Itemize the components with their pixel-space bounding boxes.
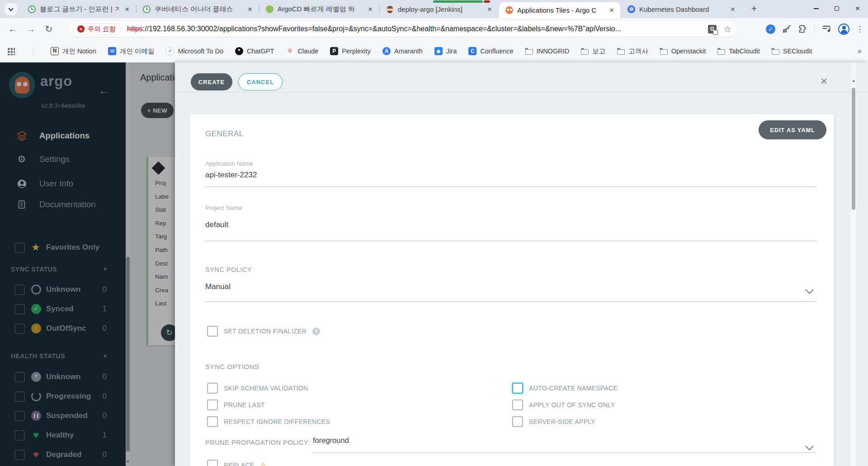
general-card: EDIT AS YAML GENERAL Application Name Pr… <box>190 114 834 466</box>
prune-propagation-select[interactable]: foreground <box>313 436 349 445</box>
translate-icon[interactable]: G <box>708 25 717 33</box>
scrollbar-up-arrow[interactable]: ▲ <box>851 79 856 83</box>
profile-avatar-icon[interactable] <box>838 24 849 35</box>
bookmark-label: SECloudit <box>783 48 812 55</box>
new-tab-button[interactable]: + <box>748 3 760 15</box>
modal-dim-overlay <box>0 62 175 466</box>
panel-close-icon[interactable]: × <box>821 74 827 88</box>
create-button[interactable]: CREATE <box>191 73 232 90</box>
browser-tab-2[interactable]: 쿠버네티스 어나더 클래스 × <box>137 0 259 18</box>
bookmark-folder-bogo[interactable]: 보고 <box>581 47 605 56</box>
info-icon[interactable]: ? <box>312 328 320 335</box>
checkbox[interactable] <box>207 383 218 394</box>
media-controls-icon[interactable] <box>821 24 832 34</box>
checkbox[interactable] <box>512 399 523 410</box>
bookmark-todo[interactable]: ✓Microsoft To Do <box>166 47 223 55</box>
password-key-icon[interactable] <box>782 24 792 34</box>
panel-scrollbar[interactable]: ▲ <box>851 62 856 466</box>
reload-button[interactable]: ↻ <box>42 22 56 36</box>
project-name-input[interactable] <box>205 218 816 232</box>
omnibox[interactable]: × 주의 요함 https://192.168.56.30:30002/appl… <box>68 21 737 37</box>
bookmark-folder-customer[interactable]: 고객사 <box>617 47 648 56</box>
tab-close-icon[interactable]: × <box>486 5 494 13</box>
tab-group-indicator-green <box>433 0 483 3</box>
option-server-side-apply[interactable]: SERVER-SIDE APPLY <box>512 416 595 427</box>
extension-check-icon[interactable]: ✓ <box>766 24 775 34</box>
argocd-app: argo v2.9.3+6eba5be ← Applications ⚙ Set… <box>0 62 868 466</box>
tab-close-icon[interactable]: × <box>123 5 131 13</box>
browser-tab-active[interactable]: Applications Tiles - Argo C × <box>499 2 620 18</box>
back-button[interactable]: ← <box>5 22 20 36</box>
url-rest: ://192.168.56.30:30002/applications?show… <box>143 25 621 33</box>
set-deletion-finalizer-option[interactable]: SET DELETION FINALIZER ? <box>207 326 320 337</box>
bookmark-star-icon[interactable]: ☆ <box>724 24 731 34</box>
checkbox[interactable] <box>512 416 523 427</box>
bookmark-label: Perplexity <box>342 48 371 55</box>
panel-top-bar: CREATE CANCEL × <box>175 62 868 93</box>
cancel-button[interactable]: CANCEL <box>238 73 283 90</box>
option-replace[interactable]: REPLACE ⚠ <box>207 460 267 466</box>
bookmark-chatgpt[interactable]: *ChatGPT <box>235 47 274 55</box>
browser-tab-6[interactable]: ☸ Kubernetes Dashboard × <box>621 0 741 18</box>
bookmark-amaranth[interactable]: AAmaranth <box>382 47 423 55</box>
tab-search-button[interactable] <box>5 3 17 15</box>
option-skip-schema-validation[interactable]: SKIP SCHEMA VALIDATION <box>207 383 308 394</box>
tab-strip: 블로그 글쓰기 - 인프런 | ㅈ × 쿠버네티스 어나더 클래스 × Argo… <box>0 0 868 18</box>
sync-policy-select[interactable]: Manual <box>205 282 231 291</box>
confluence-icon: C <box>468 47 476 55</box>
tab-close-icon[interactable]: × <box>246 5 254 13</box>
checkbox[interactable] <box>207 460 218 466</box>
bookmark-jira[interactable]: ◆Jira <box>434 47 457 55</box>
bookmark-folder-secloudit[interactable]: SECloudit <box>772 48 812 55</box>
checkbox-focused[interactable] <box>512 383 523 394</box>
option-auto-create-namespace[interactable]: AUTO-CREATE NAMESPACE <box>512 383 618 394</box>
bookmark-mail[interactable]: ✉개인 이메일 <box>108 47 155 56</box>
url-text[interactable]: https://192.168.56.30:30002/applications… <box>127 25 704 33</box>
site-security-badge[interactable]: × 주의 요함 <box>73 23 122 35</box>
option-prune-last[interactable]: PRUNE LAST <box>207 399 265 410</box>
pear-icon <box>266 5 274 13</box>
bookmark-label: INNOGRID <box>537 48 570 55</box>
bookmarks-overflow-icon[interactable]: » <box>858 47 862 56</box>
maximize-icon <box>835 6 839 11</box>
chevron-down-icon[interactable] <box>805 442 813 450</box>
browser-toolbar: ← → ↻ × 주의 요함 https://192.168.56.30:3000… <box>0 18 868 40</box>
argo-icon <box>505 6 513 14</box>
minimize-button[interactable] <box>806 0 826 17</box>
extensions-puzzle-icon[interactable] <box>798 24 808 34</box>
scrollbar-thumb[interactable] <box>852 88 855 210</box>
bookmark-folder-tabcloudit[interactable]: TabCloudit <box>717 48 760 55</box>
bookmark-folder-innogrid[interactable]: INNOGRID <box>525 48 570 55</box>
bookmark-confluence[interactable]: CConfluence <box>468 47 513 55</box>
chevron-down-icon[interactable] <box>805 285 813 294</box>
new-application-panel: CREATE CANCEL × EDIT AS YAML GENERAL App… <box>175 62 868 466</box>
bookmark-claude[interactable]: ✳Claude <box>286 47 318 55</box>
checkbox[interactable] <box>207 399 218 410</box>
bookmark-label: Jira <box>446 48 457 55</box>
window-close-button[interactable]: × <box>847 0 868 17</box>
jenkins-icon <box>386 5 394 13</box>
bookmark-folder-openstackit[interactable]: Openstackit <box>660 48 706 55</box>
checkbox[interactable] <box>207 326 218 337</box>
bookmark-perplexity[interactable]: PPerplexity <box>330 47 371 55</box>
option-apply-out-of-sync-only[interactable]: APPLY OUT OF SYNC ONLY <box>512 399 615 410</box>
tab-title: Kubernetes Dashboard <box>639 5 725 13</box>
apps-grid-icon[interactable] <box>7 48 15 55</box>
browser-tab-4[interactable]: deploy-argo [Jenkins] × <box>380 0 498 18</box>
menu-kebab-icon[interactable]: ⋮ <box>856 24 863 34</box>
bookmark-notion[interactable]: N개인 Notion <box>51 47 96 56</box>
browser-tab-1[interactable]: 블로그 글쓰기 - 인프런 | ㅈ × <box>22 0 136 18</box>
application-name-input[interactable] <box>205 168 816 182</box>
edit-as-yaml-button[interactable]: EDIT AS YAML <box>759 120 826 139</box>
tab-close-icon[interactable]: × <box>608 6 616 14</box>
maximize-button[interactable] <box>826 0 847 17</box>
tab-close-icon[interactable]: × <box>729 5 737 13</box>
option-respect-ignore-differences[interactable]: RESPECT IGNORE DIFFERENCES <box>207 416 330 427</box>
todo-icon: ✓ <box>166 47 174 55</box>
tab-title: Applications Tiles - Argo C <box>517 6 604 14</box>
checkbox[interactable] <box>207 416 218 427</box>
tab-title: deploy-argo [Jenkins] <box>398 5 481 13</box>
browser-tab-3[interactable]: ArgoCD 빠르게 레벨업 하 × <box>259 0 379 18</box>
tab-close-icon[interactable]: × <box>366 5 374 13</box>
forward-button[interactable]: → <box>24 22 38 36</box>
